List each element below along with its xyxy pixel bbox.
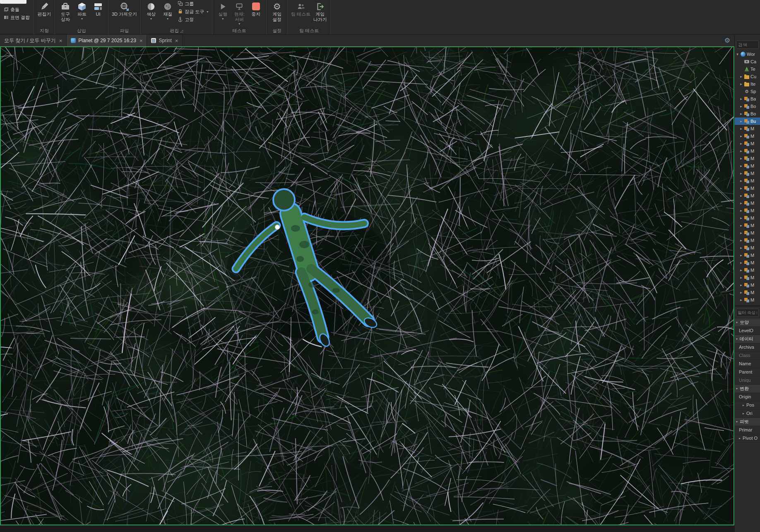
group-button[interactable]: 그룹 <box>176 0 209 8</box>
tree-item-m[interactable]: ▸M <box>735 252 760 259</box>
tree-item-m[interactable]: ▸M <box>735 259 760 266</box>
collapse-icon[interactable]: ▾ <box>736 321 740 324</box>
tree-item-m[interactable]: ▸M <box>735 185 760 192</box>
prop-row-origin[interactable]: Origin <box>735 393 760 401</box>
expand-icon[interactable]: ▸ <box>739 283 743 287</box>
anchor-button[interactable]: 고정 <box>176 16 209 24</box>
prop-row-class[interactable]: Class <box>735 352 760 360</box>
viewport-3d[interactable] <box>0 46 734 525</box>
expand-icon[interactable]: ▸ <box>739 208 743 213</box>
expand-icon[interactable]: ▸ <box>739 223 743 228</box>
color-button[interactable]: 색상 ▾ <box>143 1 159 21</box>
ui-button[interactable]: UI <box>91 1 106 17</box>
expand-icon[interactable]: ▸ <box>739 127 743 131</box>
prop-section-변환[interactable]: ▾변환 <box>735 385 760 393</box>
play-button[interactable]: 실행 ▾ <box>215 1 231 21</box>
expand-icon[interactable]: ▸ <box>739 231 743 235</box>
import-3d-button[interactable]: 3D 가져오기 <box>111 1 138 17</box>
properties-filter-input[interactable] <box>736 309 759 317</box>
tree-item-m[interactable]: ▸M <box>735 237 760 244</box>
tree-item-m[interactable]: ▸M <box>735 147 760 155</box>
explorer-search-input[interactable] <box>736 41 759 49</box>
collapse-icon[interactable]: ▾ <box>736 420 740 424</box>
expand-icon[interactable]: ▸ <box>743 403 746 407</box>
prop-row-name[interactable]: Name <box>735 360 760 368</box>
prop-row-parent[interactable]: Parent <box>735 368 760 376</box>
tree-item-m[interactable]: ▸M <box>735 266 760 274</box>
expand-icon[interactable]: ▸ <box>739 436 743 440</box>
tree-item-ite[interactable]: ▸Ite <box>735 80 760 88</box>
expand-icon[interactable]: ▸ <box>739 104 743 108</box>
tree-item-wor[interactable]: ▾Wor <box>735 50 760 58</box>
expand-icon[interactable]: ▸ <box>739 268 743 272</box>
toolbox-button[interactable]: 도구 상자 <box>58 1 73 22</box>
tree-item-m[interactable]: ▸M <box>735 207 760 214</box>
tree-item-m[interactable]: ▸M <box>735 162 760 170</box>
expand-icon[interactable]: ▸ <box>739 179 743 183</box>
prop-section-피벗[interactable]: ▾피벗 <box>735 418 760 426</box>
tree-item-cu[interactable]: ▸Cu <box>735 73 760 80</box>
prop-row-ori[interactable]: ▸Ori <box>735 410 760 418</box>
collapse-icon[interactable]: ▾ <box>736 387 740 391</box>
expand-icon[interactable]: ▸ <box>739 119 743 123</box>
dropdown-arrow-icon[interactable]: ▾ <box>81 17 83 21</box>
tree-item-m[interactable]: ▸M <box>735 214 760 222</box>
expand-icon[interactable]: ▸ <box>739 201 743 205</box>
tree-item-m[interactable]: ▸M <box>735 132 760 140</box>
expand-icon[interactable]: ▸ <box>743 412 746 415</box>
tree-item-m[interactable]: ▸M <box>735 199 760 207</box>
tab-find-replace[interactable]: 모두 찾기 / 모두 바꾸기 × <box>0 35 67 46</box>
expand-icon[interactable]: ▸ <box>739 216 743 220</box>
expand-icon[interactable]: ▸ <box>739 74 743 79</box>
gear-icon[interactable]: ⚙ <box>724 37 730 44</box>
expand-icon[interactable]: ▸ <box>739 298 743 302</box>
collapse-icon[interactable]: ▾ <box>736 337 740 341</box>
close-icon[interactable]: × <box>139 38 143 44</box>
prop-row-pos[interactable]: ▸Pos <box>735 401 760 410</box>
collapse-icon[interactable]: ▾ <box>736 52 739 56</box>
prop-section-데이터[interactable]: ▾데이터 <box>735 335 760 343</box>
expand-icon[interactable]: ▸ <box>739 112 743 116</box>
expand-icon[interactable]: ▸ <box>739 276 743 280</box>
tree-item-m[interactable]: ▸M <box>735 140 760 147</box>
tree-item-bo[interactable]: ▸Bo <box>735 103 760 110</box>
expand-icon[interactable]: ▸ <box>739 246 743 250</box>
selected-character-model[interactable] <box>1 47 734 525</box>
tree-item-m[interactable]: ▸M <box>735 222 760 229</box>
mode-dropdown[interactable] <box>0 0 26 4</box>
collisions-button[interactable]: 충돌 <box>2 6 31 14</box>
tree-item-m[interactable]: ▸M <box>735 155 760 162</box>
expand-icon[interactable]: ▸ <box>739 141 743 146</box>
stop-button[interactable]: 중지 <box>248 1 264 17</box>
tree-item-m[interactable]: ▸M <box>735 170 760 177</box>
dropdown-arrow-icon[interactable]: ▾ <box>222 17 224 21</box>
tree-item-ca[interactable]: Ca <box>735 58 760 65</box>
terrain-editor-button[interactable]: 편집기 <box>36 1 52 17</box>
expand-icon[interactable]: ▸ <box>739 134 743 138</box>
tab-planet-place[interactable]: Planet @ 29 7 2025 16:23 × <box>67 35 147 46</box>
part-button[interactable]: 파트 ▾ <box>74 1 90 21</box>
expand-icon[interactable]: ▸ <box>739 261 743 265</box>
prop-section-모양[interactable]: ▾모양 <box>735 319 760 327</box>
lock-tool-button[interactable]: 잠금 도구 ▾ <box>176 8 209 16</box>
expand-icon[interactable]: ▸ <box>739 164 743 168</box>
move-handle-dot[interactable] <box>275 225 280 230</box>
tree-item-m[interactable]: ▸M <box>735 192 760 199</box>
dropdown-arrow-icon[interactable]: ▾ <box>150 17 152 21</box>
tree-item-m[interactable]: ▸M <box>735 177 760 185</box>
tree-item-m[interactable]: ▸M <box>735 289 760 296</box>
dropdown-arrow-icon[interactable]: ▾ <box>167 17 168 21</box>
tree-item-m[interactable]: ▸M <box>735 274 760 281</box>
tree-item-m[interactable]: ▸M <box>735 125 760 132</box>
expand-icon[interactable]: ▸ <box>739 186 743 190</box>
tree-item-m[interactable]: ▸M <box>735 281 760 289</box>
current-server-button[interactable]: 현재: 서버 ▾ <box>231 1 247 26</box>
expand-icon[interactable]: ▸ <box>739 97 743 101</box>
expand-icon[interactable]: ▸ <box>739 171 743 175</box>
expand-icon[interactable]: ▸ <box>739 156 743 161</box>
prop-row-primar[interactable]: Primar <box>735 426 760 434</box>
tree-item-m[interactable]: ▸M <box>735 244 760 252</box>
prop-row-archiva[interactable]: Archiva <box>735 343 760 352</box>
prop-row-uniqu[interactable]: Uniqu <box>735 376 760 385</box>
dropdown-arrow-icon[interactable]: ▾ <box>238 22 240 26</box>
